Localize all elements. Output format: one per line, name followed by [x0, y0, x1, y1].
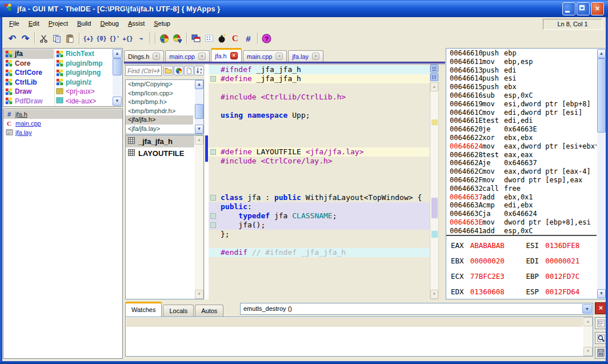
code-line[interactable]: #include <CtrlLib/CtrlLib.h> [209, 93, 430, 102]
block-next-icon[interactable]: {}' [108, 32, 121, 45]
navigator-item[interactable]: <jfa/jfa.lay> [126, 125, 193, 134]
block-goto-icon[interactable]: +{} [121, 32, 134, 45]
code-line[interactable] [209, 166, 430, 175]
navigator-item[interactable]: <bmp/Icon.cpp> [126, 89, 193, 98]
redo-icon[interactable]: ↷ [19, 32, 32, 45]
code-line[interactable]: public: [209, 202, 430, 211]
symbol-scrollbar[interactable]: ▲ ▼ [195, 135, 203, 299]
menu-debug[interactable]: Debug [95, 17, 123, 30]
tab-main-cpp[interactable]: main.cpp× [243, 50, 287, 62]
watch-selected-row[interactable] [126, 318, 583, 327]
tab-close-icon[interactable]: × [230, 52, 238, 59]
package-item[interactable]: plugin/png [55, 68, 114, 78]
file-item[interactable]: #jfa.h [3, 110, 122, 119]
tab-jfa-h[interactable]: jfa.h× [211, 48, 242, 62]
code-line[interactable] [209, 129, 430, 138]
code-line[interactable] [209, 175, 430, 184]
paste-icon[interactable] [63, 32, 77, 45]
topic-hash-icon[interactable]: # [242, 32, 255, 45]
maximize-button[interactable] [577, 2, 590, 15]
package-item[interactable]: jfa [4, 49, 54, 59]
image-grid-icon[interactable] [202, 32, 215, 45]
tab-close-icon[interactable]: × [312, 53, 319, 60]
compile-c-icon[interactable]: C [229, 32, 242, 45]
tab-close-icon[interactable]: × [275, 53, 283, 60]
editor-scrollbar[interactable]: ▲ ▼ [430, 64, 439, 299]
code-line[interactable] [209, 83, 430, 93]
help-icon[interactable]: ? [260, 32, 273, 45]
code-line[interactable]: class jfa : public WithjfaLayout<TopWind… [209, 193, 430, 202]
code-area[interactable]: #ifndef _jfa_jfa_h#define _jfa_jfa_h#inc… [209, 65, 430, 257]
code-line[interactable]: #define LAYOUTFILE <jfa/jfa.lay> [209, 147, 430, 157]
sort-az-button[interactable]: az [194, 66, 204, 75]
code-line[interactable]: #include <CtrlCore/lay.h> [209, 157, 430, 166]
package-organizer-icon[interactable] [158, 32, 171, 45]
code-line[interactable] [209, 102, 430, 111]
code-line[interactable] [209, 239, 430, 248]
folder-button[interactable] [163, 66, 173, 75]
package-scrollbar[interactable]: ▲ ▼ [113, 49, 122, 106]
tab-close-icon[interactable]: × [153, 53, 160, 60]
block-empty-icon[interactable]: {0} [95, 32, 108, 45]
debug-tab-watches[interactable]: Watches [125, 302, 162, 317]
navigator-scrollbar[interactable]: ▲ ▼ [195, 80, 203, 134]
navigator-item[interactable]: <bmp/bmphdr.h> [126, 107, 193, 116]
editor-scroll-down[interactable]: ▼ [430, 290, 438, 299]
close-button[interactable]: × [591, 2, 604, 15]
code-line[interactable]: #ifndef _jfa_jfa_h [209, 65, 430, 74]
menu-project[interactable]: Project [44, 17, 73, 30]
file-item[interactable]: jfa.lay [3, 128, 122, 137]
code-line[interactable] [209, 138, 430, 147]
code-line[interactable] [209, 184, 430, 193]
menu-file[interactable]: File [5, 17, 24, 30]
package-build-icon[interactable] [171, 32, 184, 45]
package-item[interactable]: RichText [55, 49, 114, 59]
navigator-item[interactable]: <bmp/bmp.h> [126, 98, 193, 107]
watch-scrollbar[interactable]: ▲ ▼ [583, 317, 593, 356]
block-insert-icon[interactable]: {+} [82, 32, 95, 45]
code-line[interactable]: #endif // #ifndef _jfa_jfa_h [209, 248, 430, 257]
debug-tab-autos[interactable]: Autos [195, 305, 223, 317]
symbol-item[interactable]: _jfa_jfa_h [126, 135, 194, 147]
package-item[interactable]: <prj-aux> [55, 87, 114, 97]
package-item[interactable]: Draw [4, 87, 54, 97]
package-item[interactable]: CtrlCore [4, 68, 54, 78]
disassembly-list[interactable]: 00646610pushebp00646611movebp,esp0064661… [446, 49, 597, 235]
navigator-item[interactable]: <bmp/Copying> [126, 80, 193, 89]
debug-tab-locals[interactable]: Locals [163, 305, 194, 317]
menu-edit[interactable]: Edit [24, 17, 44, 30]
code-line[interactable]: }; [209, 230, 430, 239]
combo-dropdown-icon[interactable]: ▼ [582, 304, 592, 314]
cut-icon[interactable] [37, 32, 50, 45]
block-wave-icon[interactable]: ↝ [134, 32, 147, 45]
file-button[interactable] [184, 66, 194, 75]
watch-list-button[interactable] [595, 317, 607, 329]
code-line[interactable] [209, 120, 430, 129]
close-button[interactable]: × [595, 302, 607, 314]
package-item[interactable]: Core [4, 59, 54, 69]
code-line[interactable]: #define _jfa_jfa_h [209, 74, 430, 83]
package-button[interactable] [174, 66, 183, 75]
menu-assist[interactable]: Assist [123, 17, 149, 30]
code-line[interactable]: using namespace Upp; [209, 111, 430, 120]
split-horizontal-button[interactable] [430, 65, 438, 73]
package-item[interactable]: plugin/z [55, 78, 114, 87]
find-input[interactable] [125, 65, 162, 76]
tab-Dings-h[interactable]: Dings.h× [124, 50, 164, 62]
split-vertical-button[interactable] [430, 73, 438, 81]
magnifier-button[interactable] [595, 332, 607, 344]
file-item[interactable]: Cmain.cpp [3, 119, 122, 128]
copy-icon[interactable] [50, 32, 63, 45]
watch-list[interactable]: ▲ ▼ [125, 317, 593, 357]
menu-setup[interactable]: Setup [149, 17, 175, 30]
undo-icon[interactable]: ↶ [6, 32, 19, 45]
calculator-button[interactable] [595, 347, 607, 359]
bomb-icon[interactable] [215, 32, 229, 45]
code-line[interactable]: jfa(); [209, 221, 430, 230]
tab-jfa-lay[interactable]: jfa.lay× [288, 50, 323, 62]
menu-build[interactable]: Build [73, 17, 95, 30]
symbol-item[interactable]: LAYOUTFILE [126, 147, 194, 159]
frame-combobox[interactable]: emutls_destroy () ▼ [240, 303, 593, 315]
package-item[interactable]: <ide-aux> [55, 97, 114, 106]
tab-close-icon[interactable]: × [198, 53, 206, 60]
